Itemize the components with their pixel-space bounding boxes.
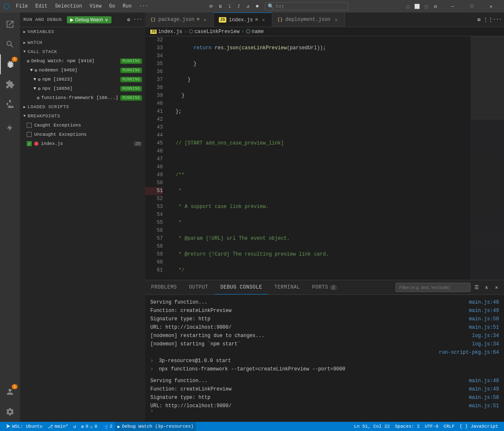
console-link[interactable]: main.js:49 xyxy=(469,385,499,393)
tab-problems[interactable]: PROBLEMS xyxy=(145,280,183,294)
split-editor-button[interactable]: ⊞ xyxy=(475,15,483,24)
watch-section-header[interactable]: ▶ WATCH xyxy=(20,38,145,47)
sidebar-toggle-icon[interactable]: ⬚ xyxy=(404,2,412,10)
tab-ports[interactable]: PORTS 2 xyxy=(306,280,343,294)
activity-test[interactable] xyxy=(0,94,20,114)
status-errors[interactable]: ⊗ 0 ⚠ 0 xyxy=(79,422,99,431)
step-over-icon[interactable]: ⟳ xyxy=(207,2,215,10)
loaded-scripts-header[interactable]: ▶ LOADED SCRIPTS xyxy=(20,102,145,112)
call-stack-header[interactable]: ▼ CALL STACK xyxy=(20,47,145,56)
menu-more[interactable]: ··· xyxy=(136,3,152,10)
status-wsl[interactable]: ⮞ WSL: Ubuntu xyxy=(3,422,45,431)
close-button[interactable]: ✕ xyxy=(481,0,501,13)
console-link[interactable]: run-script-pkg.js:64 xyxy=(439,348,499,357)
tab-debug-console[interactable]: DEBUG CONSOLE xyxy=(215,280,268,294)
start-debug-button[interactable]: ▶ Debug Watch ∨ xyxy=(67,16,111,23)
breadcrumb-file[interactable]: index.js xyxy=(158,29,182,35)
warning-icon: ⚠ xyxy=(90,424,93,429)
caught-exceptions-checkbox[interactable] xyxy=(27,123,32,128)
status-encoding[interactable]: UTF-8 xyxy=(422,422,441,431)
code-editor[interactable]: 3233343536 3738394041 4243444546 4748495… xyxy=(145,36,471,280)
panel-toggle-icon[interactable]: ⬜ xyxy=(413,2,421,10)
call-stack-item-2[interactable]: ▼ ⚙ npm [10623] RUNNING xyxy=(20,75,145,84)
breakpoints-header[interactable]: ▼ BREAKPOINTS xyxy=(20,112,145,121)
tab-close-button[interactable]: ✕ xyxy=(333,16,339,23)
gear-icon: ⚙ xyxy=(35,68,38,73)
menu-edit[interactable]: Edit xyxy=(32,3,51,10)
status-branch[interactable]: ⎇ main* xyxy=(45,422,71,431)
minimap[interactable] xyxy=(471,36,504,280)
call-stack-item-4[interactable]: ⚙ functions-framework [106...] RUNNING xyxy=(20,93,145,102)
menu-file[interactable]: File xyxy=(13,3,31,10)
menu-view[interactable]: View xyxy=(86,3,105,10)
js-icon: JS xyxy=(219,17,226,23)
uncaught-exceptions-checkbox[interactable] xyxy=(27,132,32,137)
tab-deployment-json[interactable]: {} deployment.json ✕ xyxy=(272,13,345,27)
settings-button[interactable]: ⚙ xyxy=(124,15,133,24)
call-stack-item-1[interactable]: ▼ ⚙ nodemon [9450] RUNNING xyxy=(20,66,145,75)
pause-icon[interactable]: ⏸ xyxy=(216,2,225,10)
tab-menu-button[interactable]: ··· xyxy=(493,15,501,24)
variables-section-header[interactable]: ▶ VARIABLES xyxy=(20,27,145,36)
breadcrumb-variable[interactable]: name xyxy=(252,29,264,35)
fullscreen-icon[interactable]: ⊟ xyxy=(431,2,440,10)
console-link[interactable]: main.js:48 xyxy=(469,377,499,385)
console-link[interactable]: main.js:51 xyxy=(469,323,499,332)
filter-options-button[interactable]: ☰ xyxy=(472,283,481,292)
restart-icon[interactable]: ↺ xyxy=(244,2,252,10)
console-link[interactable]: main.js:51 xyxy=(469,402,499,410)
stop-icon[interactable]: ■ xyxy=(253,2,261,10)
call-stack-item-3[interactable]: ▼ ⚙ npx [10656] RUNNING xyxy=(20,84,145,93)
index-js-checkbox[interactable]: ✓ xyxy=(27,141,32,146)
breadcrumb-function[interactable]: caseLinkPreview xyxy=(195,29,240,35)
collapse-panel-button[interactable]: ∧ xyxy=(482,283,491,292)
tab-index-js[interactable]: JS index.js M ✕ xyxy=(214,13,272,27)
more-actions-button[interactable]: ··· xyxy=(134,15,142,24)
tab-terminal[interactable]: TERMINAL xyxy=(268,280,306,294)
tab-output[interactable]: OUTPUT xyxy=(183,280,215,294)
console-link[interactable]: main.js:48 xyxy=(469,298,499,307)
console-filter-input[interactable] xyxy=(395,283,471,292)
activity-account[interactable]: 1 xyxy=(0,382,20,402)
tab-close-button[interactable]: ✕ xyxy=(260,17,267,23)
more-tabs-button[interactable]: ⋮⋮ xyxy=(484,15,492,24)
activity-search[interactable] xyxy=(0,34,20,54)
menu-run[interactable]: Run xyxy=(119,3,135,10)
breakpoint-index-js[interactable]: ✓ index.js 25 xyxy=(20,139,145,148)
minimize-button[interactable]: — xyxy=(443,0,462,13)
activity-settings[interactable] xyxy=(0,402,20,422)
close-panel-button[interactable]: ✕ xyxy=(492,283,501,292)
tab-package-json[interactable]: {} package.json M ✕ xyxy=(145,13,214,27)
menu-go[interactable]: Go xyxy=(106,3,118,10)
activity-debug[interactable]: 1 xyxy=(0,54,20,74)
call-stack-item-0[interactable]: ⚙ Debug Watch: npm [9419] RUNNING xyxy=(20,56,145,66)
activity-docker[interactable] xyxy=(0,118,20,138)
search-bar[interactable]: 🔍 tuj xyxy=(265,2,348,10)
console-link[interactable]: main.js:49 xyxy=(469,307,499,315)
console-text: [nodemon] starting `npm start` xyxy=(150,340,241,348)
maximize-button[interactable]: □ xyxy=(462,0,481,13)
code-content[interactable]: return res.json(caseLinkPreview(parsedUr… xyxy=(166,36,471,280)
console-link[interactable]: log.js:34 xyxy=(472,332,499,340)
status-debug-session[interactable]: ▶ Debug Watch (3p-resources) xyxy=(115,422,196,431)
breakpoints-chevron-icon: ▼ xyxy=(23,114,26,118)
status-eol[interactable]: CRLF xyxy=(441,422,457,431)
status-language[interactable]: { } JavaScript xyxy=(457,422,501,431)
tab-close-button[interactable]: ✕ xyxy=(202,16,208,23)
console-output[interactable]: Serving function... main.js:48 Function:… xyxy=(145,295,504,422)
console-link[interactable]: log.js:34 xyxy=(472,340,499,348)
status-sync[interactable]: ↺ xyxy=(71,422,79,431)
breakpoint-caught-exceptions[interactable]: Caught Exceptions xyxy=(20,121,145,130)
console-link[interactable]: main.js:50 xyxy=(469,315,499,323)
secondary-sidebar-icon[interactable]: ⬚ xyxy=(422,2,431,10)
status-spaces[interactable]: Spaces: 2 xyxy=(393,422,422,431)
activity-explorer[interactable] xyxy=(0,14,20,34)
step-into-icon[interactable]: ⤵ xyxy=(225,2,234,10)
status-users[interactable]: 👥 2 xyxy=(100,422,115,431)
breakpoint-uncaught-exceptions[interactable]: Uncaught Exceptions xyxy=(20,130,145,139)
step-out-icon[interactable]: ⤴ xyxy=(235,2,243,10)
menu-selection[interactable]: Selection xyxy=(52,3,86,10)
console-link[interactable]: main.js:50 xyxy=(469,393,499,402)
status-line-col[interactable]: Ln 51, Col 22 xyxy=(352,422,393,431)
activity-extensions[interactable] xyxy=(0,74,20,94)
